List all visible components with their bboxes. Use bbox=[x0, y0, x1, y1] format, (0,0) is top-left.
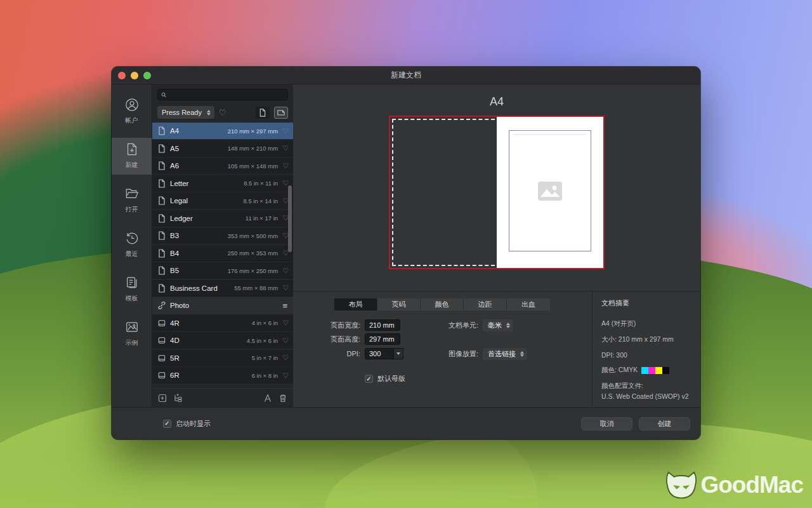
portrait-page-icon bbox=[259, 109, 266, 117]
landscape-view-button[interactable] bbox=[274, 107, 288, 119]
dpi-label: DPI: bbox=[297, 350, 360, 358]
favorite-heart-icon[interactable]: ♡ bbox=[282, 337, 289, 344]
favorite-heart-icon[interactable]: ♡ bbox=[282, 319, 289, 326]
paper-size-row[interactable]: Ledger 11 in × 17 in ♡ bbox=[152, 210, 293, 227]
paper-size-row[interactable]: B5 176 mm × 250 mm ♡ bbox=[152, 262, 293, 279]
paper-size-group-header[interactable]: Photo ≡ bbox=[152, 297, 293, 314]
favorite-heart-icon[interactable]: ♡ bbox=[282, 163, 289, 170]
paper-size-name: B3 bbox=[170, 232, 223, 239]
photo-print-icon bbox=[158, 336, 166, 345]
default-master-checkbox[interactable]: ✓ bbox=[365, 375, 373, 383]
show-at-startup-label: 启动时显示 bbox=[176, 419, 211, 429]
delete-preset-button[interactable] bbox=[278, 394, 287, 403]
facing-page-dashed-outline bbox=[392, 119, 495, 266]
cancel-button[interactable]: 取消 bbox=[581, 417, 632, 431]
stepper-icon bbox=[206, 109, 212, 116]
page-icon bbox=[158, 126, 166, 135]
sidebar-item-label: 新建 bbox=[126, 161, 138, 170]
dpi-combobox[interactable] bbox=[365, 348, 403, 359]
paper-size-name: 6R bbox=[170, 371, 247, 379]
summary-profile-label: 颜色配置文件: bbox=[601, 382, 691, 391]
header-guide-line bbox=[513, 134, 587, 135]
paper-size-row[interactable]: Legal 8.5 in × 14 in ♡ bbox=[152, 192, 293, 209]
add-preset-button[interactable] bbox=[158, 394, 167, 403]
list-scrollbar[interactable] bbox=[288, 185, 292, 252]
page-icon bbox=[158, 179, 166, 188]
search-field[interactable] bbox=[157, 89, 288, 100]
paper-size-row[interactable]: 4D 4.5 in × 6 in ♡ bbox=[152, 332, 293, 349]
paper-size-row[interactable]: Business Card 55 mm × 88 mm ♡ bbox=[152, 280, 293, 297]
paper-size-row[interactable]: A5 148 mm × 210 mm ♡ bbox=[152, 140, 293, 157]
paper-size-row[interactable]: 5R 5 in × 7 in ♡ bbox=[152, 350, 293, 366]
sidebar-item-samples-image[interactable]: 示例 bbox=[112, 316, 152, 352]
new-document-dialog: 新建文档 帐户 新建 打开 最近 模板 示例 bbox=[112, 67, 700, 439]
units-select-value: 毫米 bbox=[488, 321, 502, 330]
favorites-filter-heart-icon[interactable]: ♡ bbox=[219, 109, 226, 117]
create-button[interactable]: 创建 bbox=[639, 417, 690, 431]
paper-size-row[interactable]: A6 105 mm × 148 mm ♡ bbox=[152, 157, 293, 174]
paper-size-row[interactable]: 6R 6 in × 8 in ♡ bbox=[152, 367, 293, 384]
tab-page-numbers[interactable]: 页码 bbox=[377, 298, 421, 311]
search-input[interactable] bbox=[169, 91, 284, 98]
page-icon bbox=[158, 161, 166, 170]
paper-size-dimensions: 105 mm × 148 mm bbox=[228, 163, 278, 170]
category-select[interactable]: Press Ready bbox=[157, 106, 214, 119]
paper-size-name: 4R bbox=[170, 319, 247, 327]
sidebar-item-open-folder[interactable]: 打开 bbox=[112, 182, 152, 219]
new-document-icon bbox=[125, 142, 139, 159]
paper-size-row[interactable]: A4 210 mm × 297 mm ♡ bbox=[152, 123, 293, 139]
paper-size-dimensions: 4.5 in × 6 in bbox=[247, 337, 278, 344]
sidebar-item-account[interactable]: 帐户 bbox=[112, 93, 152, 130]
dpi-dropdown-button[interactable] bbox=[394, 348, 403, 359]
page-right bbox=[497, 117, 603, 268]
tab-layout[interactable]: 布局 bbox=[334, 298, 377, 311]
add-group-button[interactable] bbox=[173, 394, 182, 403]
color-swatch bbox=[648, 367, 655, 374]
summary-color-label: 颜色: CMYK bbox=[601, 366, 638, 375]
units-label: 文档单元: bbox=[434, 321, 478, 330]
paper-size-name: A6 bbox=[170, 162, 223, 170]
paper-size-name: Ledger bbox=[170, 215, 241, 222]
show-at-startup-checkbox[interactable]: ✓ bbox=[163, 420, 171, 428]
favorite-heart-icon[interactable]: ♡ bbox=[282, 128, 289, 135]
paper-size-row[interactable]: Letter 8.5 in × 11 in ♡ bbox=[152, 175, 293, 192]
group-menu-icon[interactable]: ≡ bbox=[282, 302, 287, 310]
paper-size-panel: Press Ready ♡ A4 210 mm × 297 mm ♡ A5 14 bbox=[152, 84, 293, 407]
page-width-input[interactable] bbox=[365, 319, 400, 331]
units-select[interactable]: 毫米 bbox=[483, 319, 513, 331]
sidebar-item-label: 帐户 bbox=[126, 116, 138, 125]
title-bar: 新建文档 bbox=[112, 67, 700, 84]
page-height-label: 页面高度: bbox=[297, 335, 360, 344]
page-icon bbox=[158, 214, 166, 223]
portrait-view-button[interactable] bbox=[256, 107, 270, 119]
tab-margins[interactable]: 边距 bbox=[464, 298, 507, 311]
page-icon bbox=[158, 144, 166, 153]
favorite-heart-icon[interactable]: ♡ bbox=[282, 267, 289, 274]
photo-print-icon bbox=[158, 371, 166, 380]
stepper-icon bbox=[519, 351, 525, 358]
sidebar-item-new-document[interactable]: 新建 bbox=[112, 138, 152, 175]
dpi-input[interactable] bbox=[365, 348, 394, 359]
page-height-input[interactable] bbox=[365, 333, 400, 345]
edit-preset-button[interactable] bbox=[263, 394, 272, 403]
paper-size-row[interactable]: B3 353 mm × 500 mm ♡ bbox=[152, 227, 293, 244]
stepper-icon bbox=[505, 322, 511, 329]
sidebar-item-templates[interactable]: 模板 bbox=[112, 271, 152, 308]
paper-size-name: Legal bbox=[170, 197, 239, 204]
favorite-heart-icon[interactable]: ♡ bbox=[282, 354, 289, 361]
paper-size-row[interactable]: B4 250 mm × 353 mm ♡ bbox=[152, 245, 293, 262]
image-placement-select[interactable]: 首选链接 bbox=[483, 348, 527, 360]
sidebar-item-label: 打开 bbox=[126, 205, 138, 214]
paper-size-name: A4 bbox=[170, 127, 223, 135]
favorite-heart-icon[interactable]: ♡ bbox=[282, 284, 289, 291]
paper-size-row[interactable]: 4R 4 in × 6 in ♡ bbox=[152, 315, 293, 331]
sidebar-item-recent-clock[interactable]: 最近 bbox=[112, 227, 152, 264]
favorite-heart-icon[interactable]: ♡ bbox=[282, 372, 289, 379]
favorite-heart-icon[interactable]: ♡ bbox=[282, 145, 289, 152]
tab-colors[interactable]: 颜色 bbox=[421, 298, 464, 311]
add-group-icon bbox=[173, 394, 182, 403]
paper-size-dimensions: 250 mm × 353 mm bbox=[228, 250, 278, 257]
page-icon bbox=[158, 231, 166, 240]
page-icon bbox=[158, 249, 166, 258]
tab-bleed[interactable]: 出血 bbox=[507, 298, 550, 311]
